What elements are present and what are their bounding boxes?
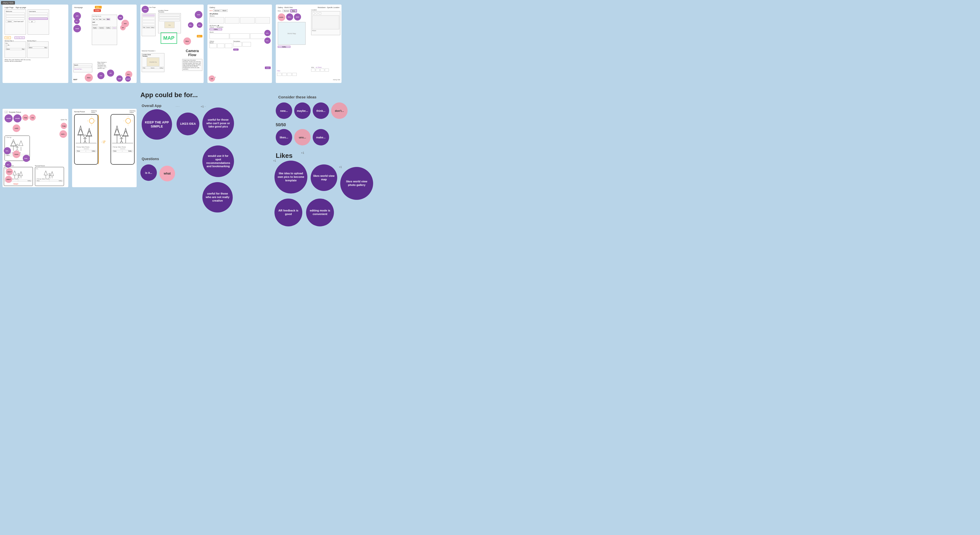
bubble-not-creative: useful for those who are not really crea…	[202, 182, 233, 212]
panel-template-picture: +1 Template Picture would would sugg sug…	[3, 109, 68, 187]
overall-app-label: Overall App	[142, 104, 161, 108]
bubble-editing-mode: editing mode is convenient	[306, 199, 334, 226]
sticky-this: this...	[95, 6, 102, 9]
svg-marker-38	[87, 128, 92, 135]
panel-homepage: this... clutter Homepage mov Spe Su po b…	[72, 5, 137, 83]
all-photos-label: All photos	[210, 13, 270, 15]
svg-point-14	[18, 173, 19, 175]
plus-one-likes: +1	[301, 151, 304, 154]
bubble-keep-simple: KEEP THE APP SIMPLE	[142, 109, 172, 140]
bubble-what: what	[159, 166, 175, 182]
svg-marker-35	[78, 126, 83, 134]
panel-login: Login Page Sign-up page Welcome Submit D…	[3, 5, 68, 83]
svg-marker-20	[44, 171, 48, 175]
svg-marker-13	[19, 172, 22, 176]
app-could-title: App could be for...	[140, 91, 198, 99]
bubble-spot-rec: would use it for spot recommendations an…	[202, 145, 234, 177]
bubble-uns: uns...	[294, 129, 311, 145]
bubble-is-it: is it...	[140, 164, 157, 181]
bubble-cant-pose: useful for those who can't pose or take …	[202, 108, 234, 139]
svg-point-5	[16, 144, 18, 146]
panel-template-camera: Template Use Page wou FilterCameraGaller…	[140, 5, 204, 83]
label-5050: 50/50	[276, 123, 286, 127]
svg-point-28	[89, 118, 94, 123]
svg-point-57	[120, 135, 123, 138]
questions-label: Questions	[142, 157, 159, 161]
bubble-make: make...	[313, 129, 329, 145]
bubble-upload-own: like idea to upload own pics to become t…	[274, 161, 307, 194]
bubble-likes-idea: LIKES IDEA	[177, 113, 199, 135]
svg-point-40	[84, 135, 86, 138]
bubble-world-photo: likes world view photo gallery	[340, 167, 373, 200]
bubble-think: think...	[313, 102, 329, 119]
svg-marker-55	[123, 128, 128, 135]
bubble-ar-feedback: AR feedback is good	[274, 199, 302, 226]
svg-line-43	[84, 141, 85, 143]
svg-marker-56	[123, 131, 128, 136]
svg-line-44	[85, 141, 86, 143]
panel-normal-picture: Normal Picture	[72, 109, 137, 187]
bubble-likes: likes...	[276, 129, 292, 145]
svg-marker-2	[10, 141, 16, 146]
svg-marker-53	[114, 129, 120, 135]
panel-gallery-world: Gallery - World View Mockdown - Specific…	[276, 5, 342, 83]
bubble-maybe: maybe...	[294, 102, 311, 119]
consider-title: Consider these ideas	[278, 95, 317, 99]
bubble-new: new...	[276, 102, 292, 119]
analysis-badge: ANALYSIS	[1, 1, 15, 5]
likes-title: Likes	[276, 152, 293, 159]
plus-one-world: +1	[339, 166, 342, 169]
sticky-clutter: clutter	[94, 9, 101, 12]
plus-one-upload: +1	[273, 159, 276, 162]
svg-marker-1	[11, 139, 16, 146]
bubble-world-map: likes world view map	[311, 164, 337, 191]
svg-marker-36	[78, 129, 83, 135]
svg-marker-52	[115, 126, 120, 134]
svg-marker-11	[13, 171, 16, 175]
dot-1: · · ·	[176, 105, 179, 108]
svg-point-23	[49, 173, 50, 175]
svg-marker-4	[19, 141, 23, 146]
bubble-dont: don't...	[331, 102, 348, 119]
svg-line-61	[121, 141, 123, 143]
svg-marker-39	[86, 131, 92, 136]
svg-point-45	[126, 118, 131, 123]
panel-gallery: Gallery don't Normal World All photos Al…	[207, 5, 272, 83]
svg-marker-22	[51, 172, 54, 176]
dot-2: · · ·	[202, 105, 206, 108]
svg-line-60	[120, 141, 121, 143]
really-bubble: really	[13, 124, 20, 132]
